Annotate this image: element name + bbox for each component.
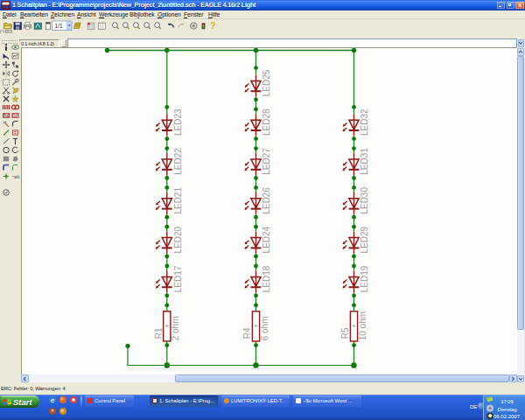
svg-text:2 ohm: 2 ohm [171,317,180,341]
svg-text:06.02.2007: 06.02.2007 [494,414,521,419]
svg-text:LED31: LED31 [360,148,369,175]
svg-text:LED25: LED25 [262,69,271,96]
svg-text:LED21: LED21 [173,187,183,214]
svg-text:e: e [51,396,55,404]
svg-text:LED17: LED17 [173,265,183,292]
svg-text:LED23: LED23 [173,108,183,136]
svg-text:6 ohm: 6 ohm [260,317,270,341]
svg-text:LED22: LED22 [173,148,183,175]
svg-text:Dienstag: Dienstag [497,406,516,411]
svg-text:R5: R5 [340,327,350,339]
svg-text:LED32: LED32 [360,108,369,136]
svg-text:LED27: LED27 [262,148,271,175]
svg-text:LED29: LED29 [360,226,369,253]
svg-text:R1: R1 [154,327,164,339]
svg-text:LED20: LED20 [173,226,183,253]
svg-text:LED26: LED26 [262,187,271,214]
svg-text:LED24: LED24 [262,226,271,253]
svg-text:10 ohm: 10 ohm [358,312,368,340]
svg-text:ab: ab [14,174,19,179]
svg-text:LED18: LED18 [262,265,271,292]
svg-text:LED28: LED28 [262,108,271,136]
svg-text:R4: R4 [242,327,252,339]
svg-text:LED30: LED30 [360,187,369,214]
svg-text:LED19: LED19 [360,265,369,292]
svg-text:17:09: 17:09 [501,399,514,404]
